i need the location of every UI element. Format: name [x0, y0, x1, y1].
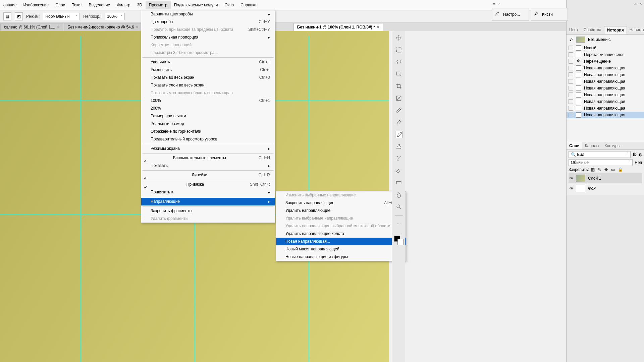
menu-item[interactable]: 100%Ctrl+1 — [141, 97, 275, 105]
menu-просмотр[interactable]: Просмотр — [146, 1, 171, 9]
panel-tab-навигатор[interactable]: Навигатор — [627, 26, 644, 34]
opacity-select[interactable]: 100% — [105, 13, 125, 20]
menu-фильтр[interactable]: Фильтр — [113, 1, 133, 9]
close-tab-icon[interactable]: × — [57, 25, 59, 29]
lock-artboard-icon[interactable]: ▭ — [611, 167, 616, 172]
document-tab[interactable]: Без имени-1 @ 100% (Слой 1, RGB/8#) *× — [293, 23, 383, 31]
history-state[interactable]: Новая направляющая — [567, 92, 644, 98]
panel-tab-история[interactable]: История — [604, 26, 627, 34]
stamp-tool-icon[interactable] — [395, 143, 402, 150]
history-checkbox[interactable] — [569, 99, 573, 104]
layer-thumbnail[interactable] — [576, 175, 585, 182]
menu-item[interactable]: Показать во весь экранCtrl+0 — [141, 74, 275, 81]
lock-brush-icon[interactable]: ✎ — [598, 167, 602, 172]
brush-tool-icon[interactable] — [395, 131, 402, 138]
menu-item[interactable]: Режимы экрана — [141, 145, 275, 153]
close-tab-icon[interactable]: × — [136, 25, 139, 29]
brushes-button[interactable]: 🖌 Кисти — [531, 8, 568, 21]
tool-icon[interactable]: ◩ — [15, 12, 23, 20]
healing-tool-icon[interactable] — [395, 119, 402, 126]
history-state[interactable]: Перемещение — [567, 58, 644, 65]
menu-слои[interactable]: Слои — [52, 1, 68, 9]
close-icon[interactable]: × — [498, 1, 500, 6]
frame-tool-icon[interactable] — [395, 95, 402, 102]
filter-image-icon[interactable]: 🖼 — [633, 152, 637, 157]
menu-подключаемые модули[interactable]: Подключаемые модули — [171, 1, 221, 9]
history-state[interactable]: Новый — [567, 45, 644, 51]
visibility-toggle-icon[interactable] — [569, 186, 573, 191]
menu-item[interactable]: ПривязкаShift+Ctrl+; — [141, 181, 275, 188]
blend-mode-select[interactable]: Обычные — [569, 159, 633, 166]
history-checkbox[interactable] — [569, 79, 573, 84]
menu-item[interactable]: Варианты цветопробы — [141, 10, 275, 18]
layer-row[interactable]: Фон — [569, 183, 642, 193]
close-icon[interactable]: × — [639, 1, 642, 6]
history-state[interactable]: Новая направляющая — [567, 98, 644, 105]
menu-item[interactable]: Новый макет направляющей... — [276, 245, 406, 253]
menu-item[interactable]: ЦветопробаCtrl+Y — [141, 18, 275, 26]
guides-submenu[interactable]: Изменить выбранные направляющиеЗакрепить… — [276, 191, 406, 261]
collapse-icon[interactable]: » — [493, 1, 495, 6]
menu-item[interactable]: 200% — [141, 105, 275, 112]
lock-pixels-icon[interactable]: ▦ — [591, 167, 596, 172]
move-tool-icon[interactable] — [395, 34, 402, 42]
layer-name[interactable]: Слой 1 — [588, 176, 601, 181]
history-state[interactable]: Новая направляющая — [567, 65, 644, 71]
menu-item[interactable]: УменьшитьCtrl+- — [141, 66, 275, 74]
menu-item[interactable]: УвеличитьCtrl++ — [141, 58, 275, 66]
menu-item[interactable]: Удалить направляющие холста — [276, 230, 406, 238]
history-checkbox[interactable] — [569, 93, 573, 97]
history-state[interactable]: Новая направляющая — [567, 78, 644, 85]
close-tab-icon[interactable]: × — [377, 25, 379, 29]
menu-изображение[interactable]: Изображение — [20, 1, 52, 9]
selection-tool-icon[interactable] — [395, 70, 402, 78]
eyedropper-tool-icon[interactable] — [395, 107, 402, 114]
guide-vertical[interactable] — [80, 36, 81, 362]
menu-item[interactable]: Вспомогательные элементыCtrl+H — [141, 154, 275, 162]
mode-select[interactable]: Нормальный — [43, 13, 80, 20]
menu-item[interactable]: Закрепить направляющиеAlt+Ctrl+; — [276, 199, 406, 207]
layer-thumbnail[interactable] — [576, 185, 585, 192]
layer-tab-слои[interactable]: Слои — [567, 142, 582, 149]
lock-all-icon[interactable]: 🔒 — [618, 167, 623, 172]
foreground-background-colors[interactable] — [394, 236, 404, 245]
history-state[interactable]: Новая направляющая — [567, 105, 644, 112]
menu-справка[interactable]: Справка — [237, 1, 260, 9]
marquee-tool-icon[interactable] — [395, 46, 402, 54]
menu-item[interactable]: ЛинейкиCtrl+R — [141, 171, 275, 179]
tool-preset-icon[interactable]: ▦ — [3, 12, 11, 20]
adjustments-button[interactable]: 🖊 Настро... — [492, 8, 529, 21]
history-checkbox[interactable] — [569, 72, 573, 77]
lock-position-icon[interactable]: ✥ — [604, 167, 609, 172]
panel-tab-свойства[interactable]: Свойства — [581, 26, 604, 34]
menu-ование[interactable]: ование — [0, 1, 20, 9]
lasso-tool-icon[interactable] — [395, 58, 402, 66]
layer-tab-каналы[interactable]: Каналы — [582, 142, 602, 149]
eraser-tool-icon[interactable] — [395, 167, 402, 174]
menu-окно[interactable]: Окно — [221, 1, 237, 9]
history-checkbox[interactable] — [569, 66, 573, 70]
menu-item[interactable]: Закрепить фрагменты — [141, 207, 275, 215]
collapse-icon[interactable]: » — [634, 1, 637, 6]
history-checkbox[interactable] — [569, 46, 573, 50]
menu-текст[interactable]: Текст — [68, 1, 85, 9]
history-state[interactable]: Новая направляющая — [567, 112, 644, 118]
history-checkbox[interactable] — [569, 86, 573, 90]
menu-item[interactable]: Размер при печати — [141, 112, 275, 120]
history-document-row[interactable]: 🖌 Без имени-1 — [567, 35, 644, 45]
history-brush-tool-icon[interactable] — [395, 155, 402, 162]
menu-item[interactable]: Новые направляющие из фигуры — [276, 253, 406, 261]
layer-tab-контуры[interactable]: Контуры — [602, 142, 623, 149]
menu-item[interactable]: Направляющие — [141, 198, 275, 205]
menu-item[interactable]: Показать — [141, 162, 275, 170]
history-checkbox[interactable] — [569, 52, 573, 57]
history-state[interactable]: Новая направляющая — [567, 71, 644, 78]
view-menu[interactable]: Варианты цветопробыЦветопробаCtrl+YПреду… — [141, 10, 275, 223]
history-checkbox[interactable] — [569, 59, 573, 64]
menu-3d[interactable]: 3D — [134, 1, 146, 9]
layer-name[interactable]: Фон — [588, 186, 596, 191]
layer-kind-filter[interactable]: 🔍 Вид — [569, 151, 631, 158]
filter-adjust-icon[interactable]: ◐ — [639, 152, 642, 157]
menu-item[interactable]: Предварительный просмотр узоров — [141, 135, 275, 143]
menu-item[interactable]: Отражение по горизонтали — [141, 128, 275, 135]
